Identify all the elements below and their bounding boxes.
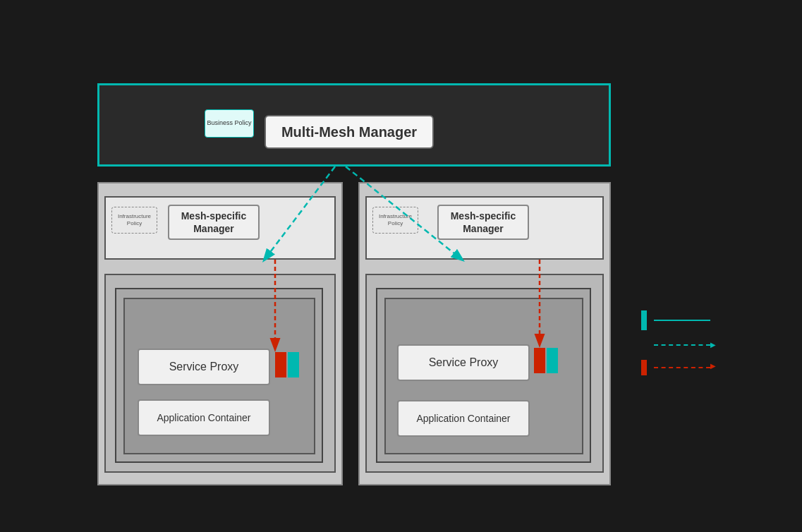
left-app-container-label: Application Container bbox=[157, 412, 250, 423]
right-proxy-teal-indicator bbox=[547, 348, 558, 373]
left-infra-policy-box: Infrastructure Policy bbox=[111, 207, 157, 234]
right-mesh-specific-label: Mesh-specific Manager bbox=[439, 210, 528, 235]
legend-item-teal-solid bbox=[641, 310, 782, 330]
multi-mesh-manager-label: Multi-Mesh Manager bbox=[281, 124, 417, 140]
right-mesh-specific-box: Mesh-specific Manager bbox=[437, 205, 529, 240]
right-proxy-indicators bbox=[534, 348, 558, 373]
left-proxy-red-indicator bbox=[275, 352, 286, 377]
right-proxy-red-indicator bbox=[534, 348, 545, 373]
right-app-container-label: Application Container bbox=[416, 413, 510, 424]
right-infra-policy-label: Infrastructure Policy bbox=[373, 213, 418, 228]
legend-teal-dashed-line-wrapper: ▶ bbox=[654, 344, 710, 346]
multi-mesh-manager-box: Multi-Mesh Manager bbox=[265, 115, 434, 149]
legend-teal-dashed-line: ▶ bbox=[654, 344, 710, 346]
left-infra-policy-label: Infrastructure Policy bbox=[112, 213, 157, 228]
left-app-container-box: Application Container bbox=[138, 399, 270, 436]
legend-item-red-dashed: ▶ bbox=[641, 360, 782, 375]
left-service-proxy-box: Service Proxy bbox=[138, 349, 270, 385]
right-infra-policy-box: Infrastructure Policy bbox=[372, 207, 418, 234]
legend-item-teal-dashed: ▶ bbox=[641, 344, 782, 346]
right-app-container-box: Application Container bbox=[397, 400, 530, 437]
legend-red-dashed-wrapper: ▶ bbox=[654, 367, 710, 368]
right-service-proxy-box: Service Proxy bbox=[397, 344, 530, 381]
left-proxy-teal-indicator bbox=[288, 352, 299, 377]
left-mesh-specific-label: Mesh-specific Manager bbox=[169, 210, 258, 235]
legend: ▶ ▶ bbox=[641, 310, 782, 389]
left-mesh-specific-box: Mesh-specific Manager bbox=[168, 205, 260, 240]
left-proxy-indicators bbox=[275, 352, 299, 377]
business-policy-box: Business Policy bbox=[205, 109, 254, 138]
legend-teal-solid-line bbox=[654, 320, 710, 321]
right-service-proxy-label: Service Proxy bbox=[429, 356, 499, 369]
diagram-area: Business Policy Multi-Mesh Manager Infra… bbox=[0, 0, 802, 532]
legend-teal-bar bbox=[641, 310, 647, 330]
legend-red-dashed-line: ▶ bbox=[654, 367, 710, 368]
business-policy-label: Business Policy bbox=[207, 119, 251, 128]
left-service-proxy-label: Service Proxy bbox=[169, 361, 239, 373]
legend-red-bar bbox=[641, 360, 647, 375]
